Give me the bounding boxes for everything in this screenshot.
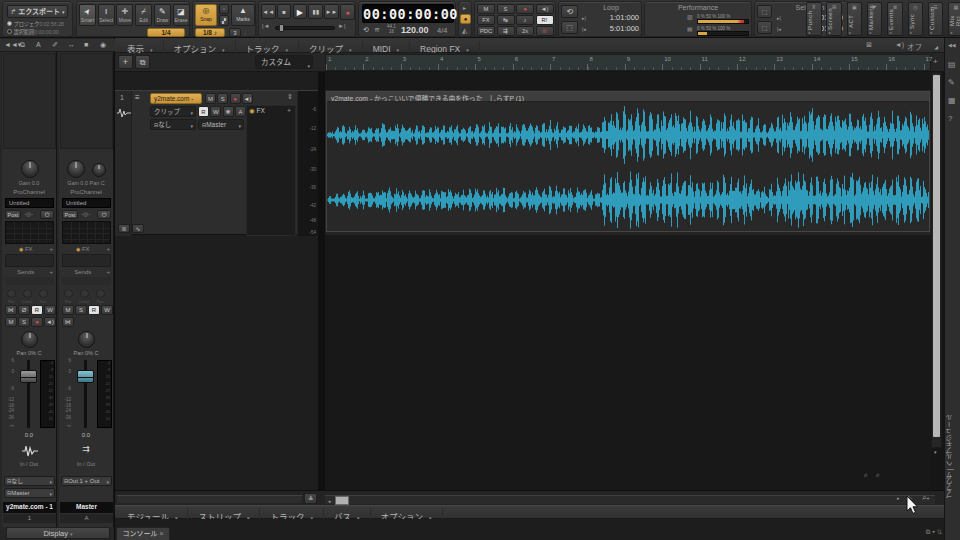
inspector-toolbar-icon-5[interactable]: ■ [84,41,88,48]
samplerate[interactable]: 44.116 [387,25,396,34]
record-button[interactable]: ● [340,4,355,20]
hscroll-thumb[interactable] [335,496,349,505]
mute-envelope-icon[interactable]: ⊠ [866,41,872,49]
snap-strength[interactable]: 3 [229,28,241,37]
eq-display[interactable] [5,221,54,244]
hscroll-right-icon[interactable]: ▸ [897,495,900,501]
track-expand-icon[interactable]: ⇕ [287,93,293,101]
loop-region-button[interactable]: ⬚ [561,21,578,34]
global--button[interactable]: ⇶ [497,26,515,36]
track-fx-bin[interactable] [246,105,296,236]
inspector-toolbar-icon-3[interactable]: ✐ [52,41,58,49]
edit-filter-icon[interactable]: ≋ [118,224,130,233]
strip-input-dropdown[interactable]: ⊟なし▾ [4,476,55,486]
global-S-button[interactable]: S [497,4,515,14]
metronome-icon[interactable]: ◭ [462,27,467,35]
strip-btn-W[interactable]: W [101,305,113,315]
time-signature[interactable]: 4/4 [437,26,447,35]
clips-pane[interactable]: y2mate.com - かっこいいで優勝できる曲を作った しらすP (1) [325,72,931,490]
rtz-button[interactable]: |◄ [262,23,270,29]
global-PDC-button[interactable]: PDC [477,26,495,36]
track-autom-1-button[interactable]: W [210,106,221,117]
prochannel-preset[interactable]: Untitled [5,198,54,208]
strip-btn-⋈[interactable]: ⋈ [5,305,17,315]
global--button[interactable]: ♪ [516,15,534,25]
module-button-events[interactable]: ≣Events◂ [887,2,903,36]
loop-start[interactable]: 1:01:000 [593,13,639,22]
volume-readout[interactable]: 0.0 [59,432,113,438]
zoom-in-icon[interactable]: ⌕+ [922,493,929,503]
add-track-button[interactable]: + [118,55,133,69]
track-input-dropdown[interactable]: ⊟なし▾ [150,119,196,130]
rte-button[interactable]: ►| [338,23,346,29]
strip-btn2-S[interactable]: S [18,317,30,327]
inspector-toolbar-icon-4[interactable]: ↔ [68,41,75,48]
transport-pause-button[interactable]: ▮▮ [308,4,323,19]
play-marker-icon[interactable]: ▸ [463,4,466,11]
pane-splitter[interactable] [318,72,325,490]
pan-knob[interactable] [78,331,95,348]
strip-name-plate[interactable]: Master [60,502,113,513]
dock-icon-1[interactable]: ▤ [948,60,956,69]
vscroll-down-icon[interactable]: ▾ [934,449,937,455]
audition-speaker-icon[interactable]: ◄) [895,41,904,48]
track-header[interactable]: 1 ≡ y2mate.com - MS●◄) クリップ▾ RW❋A ◉ FX +… [115,90,318,235]
strip-btn-M[interactable]: M [62,305,74,315]
transport-stop-button[interactable]: ■ [277,4,292,19]
track-1-button[interactable]: S [217,93,228,104]
inspector-display-menu[interactable]: Display ▾ [6,527,110,539]
headers-hscrollbar[interactable] [117,495,302,503]
transport-play-button[interactable]: ▶ [293,4,308,19]
dock-icon-0[interactable]: ◀◀ [948,42,956,48]
punch-dot-button[interactable]: ● [460,14,471,24]
transport-ffw-button[interactable]: ►► [324,4,339,19]
snap-button[interactable]: ◎ Snap [195,4,217,26]
dock-icon-4[interactable]: ? [948,114,952,123]
selection-expand-button[interactable]: ⬚ [757,21,772,34]
vertical-scrollbar[interactable] [931,72,942,448]
global--button[interactable]: ⊘ [536,26,554,36]
browser-dock-strip[interactable]: ◀◀▤✎▦? ブラウザ | ヘルプモジュール [944,38,960,540]
fader-thumb[interactable] [20,370,37,383]
clip-header[interactable]: y2mate.com - かっこいいで優勝できる曲を作った しらすP (1) [327,92,929,102]
ruler-expand-icon[interactable]: + [933,57,938,66]
inspector-toolbar-icon-1[interactable]: ⧉ [20,41,25,49]
gain-knob[interactable] [21,160,39,178]
fx-bin[interactable] [5,254,54,267]
strip-output-dropdown[interactable]: ⊟Master▾ [4,488,55,498]
global-FX-button[interactable]: FX [477,15,495,25]
module-button-sync[interactable]: ◷Sync◂ [908,2,924,36]
strip-btn2-●[interactable]: ● [31,317,43,327]
export-radio-1[interactable]: 選択範囲0:00:00:00 [7,28,73,36]
inspector-toolbar-icon-0[interactable]: ◄◄▾ [4,41,21,49]
gain-knob[interactable] [67,160,85,178]
volume-readout[interactable]: 0.0 [2,432,56,438]
dock-icon-2[interactable]: ✎ [948,78,955,87]
tempo[interactable]: 120.00 [401,25,429,35]
module-button-screen[interactable]: ⊞Screen◂ [826,2,842,36]
dock-collapse-button[interactable]: ≜ [304,493,317,504]
global--button[interactable]: ● [516,4,534,14]
console-tab[interactable]: コンソール × [116,527,170,540]
export-button[interactable]: ↱ エクスポート ▾ [7,5,68,18]
eq-icon[interactable]: -◎- [81,210,90,217]
lens-dropdown[interactable]: カスタム▾ [255,55,313,69]
module-button-markers[interactable]: ◤Markers◂ [867,2,883,36]
inspector-toolbar-icon-2[interactable]: A [36,41,41,48]
input-pan-knob[interactable] [92,163,106,177]
fader-thumb[interactable] [77,370,94,383]
module-button-punch[interactable]: ⊼Punch◂ [806,2,822,36]
duplicate-track-button[interactable]: ⧉ [135,55,150,69]
track-lane[interactable]: y2mate.com - かっこいいで優勝できる曲を作った しらすP (1) [325,90,931,235]
audition-off-label[interactable]: オフ [907,41,922,52]
track-autom-0-button[interactable]: R [198,106,209,117]
vertical-scrollbar-thumb[interactable] [933,75,940,437]
track-2-button[interactable]: ● [230,93,241,104]
eq-display[interactable] [62,221,111,244]
strip-btn-S[interactable]: S [75,305,87,315]
snap-byrn-toggle[interactable]: ▞ [219,15,229,26]
global-2x-button[interactable]: 2x [516,26,534,36]
time-display[interactable]: 00:00:00:00 [362,4,454,23]
clips-hscrollbar[interactable]: ◂ [325,495,935,504]
track-output-dropdown[interactable]: ⊟Master▾ [198,119,244,130]
